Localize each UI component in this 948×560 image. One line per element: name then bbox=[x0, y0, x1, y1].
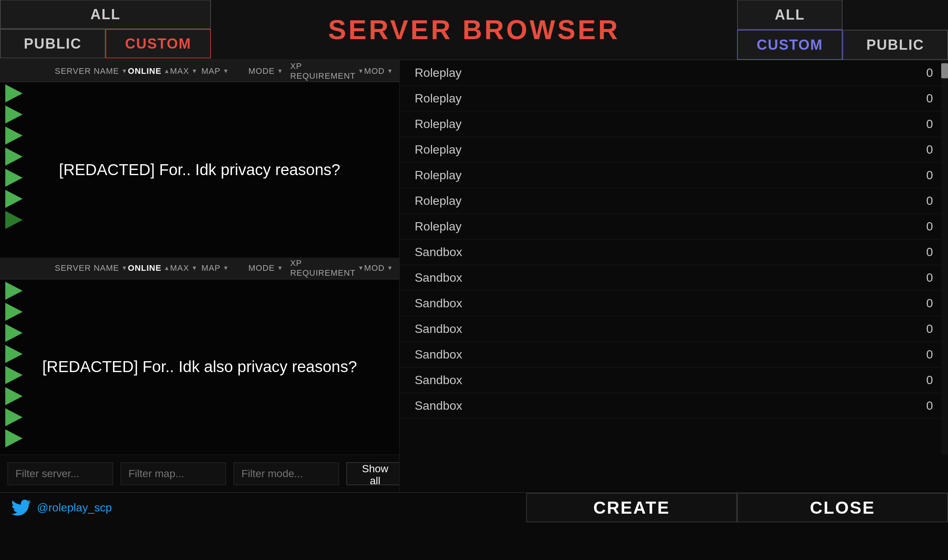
mode-item-13[interactable]: Sandbox 0 bbox=[400, 393, 948, 419]
mode-name-0: Roleplay bbox=[415, 66, 462, 80]
bottom-bar: @roleplay_scp CREATE CLOSE bbox=[0, 492, 948, 522]
play-buttons-group1 bbox=[0, 82, 30, 258]
mode-sort-icon[interactable]: ▼ bbox=[277, 68, 283, 75]
mode-name-12: Sandbox bbox=[415, 373, 462, 387]
play-button-12[interactable] bbox=[3, 365, 25, 385]
server-group-2: [REDACTED] For.. Idk also privacy reason… bbox=[0, 280, 399, 455]
mode-item-5[interactable]: Roleplay 0 bbox=[400, 188, 948, 214]
mode-name-1: Roleplay bbox=[415, 92, 462, 105]
mode-name-7: Sandbox bbox=[415, 245, 462, 259]
play-button-13[interactable] bbox=[3, 386, 25, 406]
filter-map-input[interactable] bbox=[120, 463, 226, 485]
play-button-1[interactable] bbox=[3, 84, 25, 103]
filter-mode-input[interactable] bbox=[234, 463, 339, 485]
scrollbar-track[interactable] bbox=[941, 60, 948, 455]
mode-list: Roleplay 0 Roleplay 0 Roleplay 0 Rolepla… bbox=[400, 60, 948, 492]
tab-public-right[interactable]: PUBLIC bbox=[843, 30, 948, 60]
mode-item-0[interactable]: Roleplay 0 bbox=[400, 60, 948, 86]
mode-name-9: Sandbox bbox=[415, 296, 462, 310]
mode-item-11[interactable]: Sandbox 0 bbox=[400, 342, 948, 368]
play-button-9[interactable] bbox=[3, 302, 25, 322]
play-button-4[interactable] bbox=[3, 147, 25, 166]
server-group-1: [REDACTED] For.. Idk privacy reasons? bbox=[0, 82, 399, 258]
play-button-15[interactable] bbox=[3, 429, 25, 448]
mode-count-10: 0 bbox=[926, 322, 933, 336]
main-content: SERVER NAME ▼ ONLINE ▲ MAX ▼ MAP ▼ MODE … bbox=[0, 60, 948, 492]
mode-item-4[interactable]: Roleplay 0 bbox=[400, 163, 948, 188]
mode-count-8: 0 bbox=[926, 271, 933, 285]
mode-item-2[interactable]: Roleplay 0 bbox=[400, 111, 948, 137]
tab-all-right[interactable]: ALL bbox=[737, 0, 843, 30]
mode-count-12: 0 bbox=[926, 373, 933, 387]
mod-sort-icon[interactable]: ▼ bbox=[387, 68, 393, 75]
redacted-overlay-2: [REDACTED] For.. Idk also privacy reason… bbox=[0, 280, 399, 455]
close-button[interactable]: CLOSE bbox=[737, 493, 948, 522]
mode-count-11: 0 bbox=[926, 348, 933, 362]
column-header-group2: SERVER NAME ▼ ONLINE ▲ MAX ▼ MAP ▼ MODE … bbox=[0, 258, 399, 280]
play-button-14[interactable] bbox=[3, 408, 25, 427]
play-button-10[interactable] bbox=[3, 323, 25, 343]
mode-count-5: 0 bbox=[926, 194, 933, 208]
mode-count-7: 0 bbox=[926, 245, 933, 259]
play-button-3[interactable] bbox=[3, 126, 25, 145]
xp-sort-icon[interactable]: ▼ bbox=[358, 68, 364, 75]
mod-sort-icon-2[interactable]: ▼ bbox=[387, 265, 393, 272]
filter-server-input[interactable] bbox=[8, 463, 113, 485]
mode-name-11: Sandbox bbox=[415, 348, 462, 362]
redacted-overlay-1: [REDACTED] For.. Idk privacy reasons? bbox=[0, 82, 399, 258]
tab-public-left[interactable]: PUBLIC bbox=[0, 29, 105, 58]
create-button[interactable]: CREATE bbox=[526, 493, 737, 522]
mode-item-6[interactable]: Roleplay 0 bbox=[400, 214, 948, 240]
play-button-7[interactable] bbox=[3, 210, 25, 230]
top-bar: ALL PUBLIC CUSTOM SERVER BROWSER ALL CUS… bbox=[0, 0, 948, 60]
twitter-section: @roleplay_scp bbox=[0, 498, 526, 517]
mode-panel: Roleplay 0 Roleplay 0 Roleplay 0 Rolepla… bbox=[399, 60, 948, 492]
scrollbar-thumb[interactable] bbox=[941, 63, 948, 78]
show-all-button[interactable]: Show all bbox=[346, 463, 399, 485]
mode-count-9: 0 bbox=[926, 296, 933, 310]
max-sort-icon-2[interactable]: ▼ bbox=[191, 265, 198, 272]
filter-bar: Show all 205 SERVERS FOUND bbox=[0, 455, 399, 492]
mode-count-6: 0 bbox=[926, 220, 933, 234]
tab-all-left[interactable]: ALL bbox=[0, 0, 211, 29]
mode-name-6: Roleplay bbox=[415, 220, 462, 234]
play-button-2[interactable] bbox=[3, 105, 25, 124]
mode-name-13: Sandbox bbox=[415, 399, 462, 413]
online-sort-icon-2[interactable]: ▲ bbox=[164, 265, 170, 272]
tab-custom-right[interactable]: CUSTOM bbox=[737, 30, 843, 60]
column-header-group1: SERVER NAME ▼ ONLINE ▲ MAX ▼ MAP ▼ MODE … bbox=[0, 60, 399, 82]
mode-name-4: Roleplay bbox=[415, 168, 462, 182]
play-button-6[interactable] bbox=[3, 189, 25, 209]
mode-sort-icon-2[interactable]: ▼ bbox=[277, 265, 283, 272]
max-sort-icon[interactable]: ▼ bbox=[191, 68, 198, 75]
xp-sort-icon-2[interactable]: ▼ bbox=[358, 265, 364, 272]
action-buttons: CREATE CLOSE bbox=[526, 493, 948, 522]
play-button-5[interactable] bbox=[3, 168, 25, 188]
mode-item-7[interactable]: Sandbox 0 bbox=[400, 240, 948, 265]
mode-item-9[interactable]: Sandbox 0 bbox=[400, 291, 948, 316]
mode-item-3[interactable]: Roleplay 0 bbox=[400, 137, 948, 163]
map-sort-icon[interactable]: ▼ bbox=[223, 68, 229, 75]
mode-item-1[interactable]: Roleplay 0 bbox=[400, 86, 948, 111]
online-sort-icon[interactable]: ▲ bbox=[164, 68, 170, 75]
mode-name-8: Sandbox bbox=[415, 271, 462, 285]
mode-name-5: Roleplay bbox=[415, 194, 462, 208]
right-tab-group: ALL CUSTOM PUBLIC bbox=[737, 0, 948, 60]
mode-item-10[interactable]: Sandbox 0 bbox=[400, 316, 948, 342]
mode-count-13: 0 bbox=[926, 399, 933, 413]
page-title: SERVER BROWSER bbox=[328, 14, 620, 45]
server-name-sort-icon-2[interactable]: ▼ bbox=[121, 265, 128, 272]
twitter-icon bbox=[11, 498, 31, 517]
mode-item-12[interactable]: Sandbox 0 bbox=[400, 368, 948, 393]
server-name-sort-icon[interactable]: ▼ bbox=[121, 68, 128, 75]
play-button-11[interactable] bbox=[3, 344, 25, 364]
tab-custom-left[interactable]: CUSTOM bbox=[105, 29, 211, 58]
mode-name-2: Roleplay bbox=[415, 117, 462, 131]
left-tab-group: ALL PUBLIC CUSTOM bbox=[0, 0, 211, 60]
mode-count-3: 0 bbox=[926, 143, 933, 157]
map-sort-icon-2[interactable]: ▼ bbox=[223, 265, 229, 272]
mode-item-8[interactable]: Sandbox 0 bbox=[400, 265, 948, 291]
mode-items-container: Roleplay 0 Roleplay 0 Roleplay 0 Rolepla… bbox=[400, 60, 948, 419]
mode-count-2: 0 bbox=[926, 117, 933, 131]
play-button-8[interactable] bbox=[3, 281, 25, 300]
